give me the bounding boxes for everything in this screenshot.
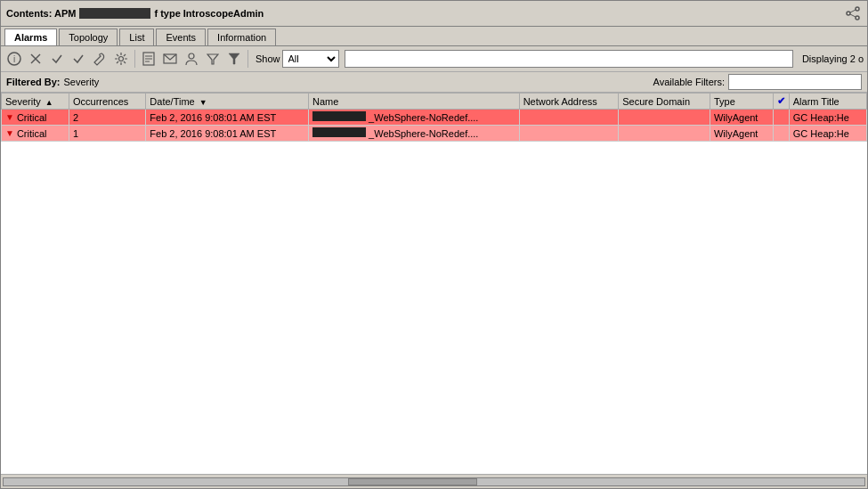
col-occurrences[interactable]: Occurrences (69, 94, 145, 110)
title-prefix: Contents: APM (6, 8, 76, 19)
cell-datetime-2: Feb 2, 2016 9:08:01 AM EST (146, 126, 309, 142)
share-icon[interactable] (844, 4, 862, 22)
col-network-address[interactable]: Network Address (519, 94, 619, 110)
scrollbar-track[interactable] (3, 477, 865, 486)
col-datetime[interactable]: Date/Time ▼ (146, 94, 309, 110)
tab-events[interactable]: Events (156, 29, 206, 45)
cell-alarm-title-2: GC Heap:He (789, 126, 866, 142)
filter-icon[interactable] (203, 49, 223, 69)
tab-list[interactable]: List (119, 29, 154, 45)
tab-information[interactable]: Information (207, 29, 276, 45)
name-redacted-1 (312, 111, 366, 121)
cell-secure-domain-2 (619, 126, 710, 142)
main-container: Contents: APM f type IntroscopeAdmin Ala… (0, 0, 868, 489)
cell-occurrences-1: 2 (69, 110, 145, 126)
checkmark1-icon[interactable] (47, 49, 67, 69)
cell-network-2 (519, 126, 619, 142)
cell-secure-domain-1 (619, 110, 710, 126)
close-icon[interactable] (26, 49, 45, 69)
sort-desc-icon: ▼ (199, 98, 207, 107)
person-icon[interactable] (182, 49, 201, 69)
severity-arrow-1: ▼ (5, 112, 14, 122)
cell-check-1 (773, 110, 789, 126)
cell-occurrences-2: 1 (69, 126, 145, 142)
separator2 (247, 50, 248, 68)
col-check[interactable]: ✔ (773, 94, 789, 110)
svg-point-2 (856, 16, 859, 20)
severity-label-1: Critical (17, 112, 47, 123)
sort-asc-icon: ▲ (45, 98, 53, 107)
wrench-icon[interactable] (90, 49, 110, 69)
col-type[interactable]: Type (710, 94, 773, 110)
cell-type-2: WilyAgent (710, 126, 773, 142)
svg-marker-16 (207, 54, 218, 64)
cell-datetime-1: Feb 2, 2016 9:08:01 AM EST (146, 110, 309, 126)
content-area: Severity ▲ Occurrences Date/Time ▼ Name (1, 93, 867, 488)
table-row[interactable]: ▼ Critical 2 Feb 2, 2016 9:08:01 AM EST … (2, 110, 867, 126)
col-alarm-title[interactable]: Alarm Title (789, 94, 866, 110)
title-bar: Contents: APM f type IntroscopeAdmin (1, 1, 867, 27)
envelope-icon[interactable] (160, 49, 180, 69)
cell-severity-1: ▼ Critical (2, 110, 69, 126)
svg-line-4 (850, 14, 856, 17)
cell-name-2: _WebSphere-NoRedef.... (309, 126, 520, 142)
separator1 (134, 50, 135, 68)
cell-type-1: WilyAgent (710, 110, 773, 126)
svg-line-3 (850, 10, 856, 12)
bottom-scrollbar[interactable] (1, 474, 867, 488)
severity-arrow-2: ▼ (5, 128, 14, 138)
document-icon[interactable] (139, 49, 158, 69)
filtered-by-label: Filtered By: (6, 77, 61, 87)
funnel-icon[interactable] (224, 49, 244, 69)
filter-right: Available Filters: (653, 74, 863, 90)
cell-alarm-title-1: GC Heap:He (789, 110, 866, 126)
show-select[interactable]: All Active Inactive (282, 50, 339, 68)
toolbar: i (1, 46, 867, 72)
title-bar-left: Contents: APM f type IntroscopeAdmin (6, 8, 264, 19)
svg-point-1 (847, 12, 850, 15)
svg-point-15 (189, 53, 194, 59)
table-row[interactable]: ▼ Critical 1 Feb 2, 2016 9:08:01 AM EST … (2, 126, 867, 142)
table-header-row: Severity ▲ Occurrences Date/Time ▼ Name (2, 94, 867, 110)
title-redacted (79, 8, 150, 19)
title-suffix: f type IntroscopeAdmin (154, 8, 264, 19)
svg-marker-17 (229, 53, 239, 64)
tabs-bar: Alarms Topology List Events Information (1, 27, 867, 46)
search-input[interactable] (345, 50, 793, 68)
cell-check-2 (773, 126, 789, 142)
available-filters-box[interactable] (728, 74, 862, 90)
scrollbar-thumb[interactable] (348, 478, 477, 485)
name-prefix-1: _WebSphere-NoRedef.... (369, 112, 478, 123)
col-name[interactable]: Name (309, 94, 520, 110)
severity-label-2: Critical (17, 128, 47, 139)
filter-left: Filtered By: Severity (6, 77, 99, 87)
filter-bar: Filtered By: Severity Available Filters: (1, 72, 867, 93)
cell-severity-2: ▼ Critical (2, 126, 69, 142)
checkmark2-icon[interactable] (69, 49, 88, 69)
alarms-table: Severity ▲ Occurrences Date/Time ▼ Name (1, 93, 867, 142)
filtered-by-value: Severity (64, 77, 100, 87)
show-control: Show All Active Inactive (256, 50, 339, 68)
svg-text:i: i (13, 54, 15, 64)
name-redacted-2 (312, 127, 366, 137)
col-secure-domain[interactable]: Secure Domain (619, 94, 710, 110)
name-prefix-2: _WebSphere-NoRedef.... (369, 128, 478, 139)
svg-point-9 (119, 57, 124, 61)
tab-alarms[interactable]: Alarms (4, 29, 57, 45)
settings-icon[interactable] (111, 49, 131, 69)
info-icon[interactable]: i (4, 49, 24, 69)
displaying-text: Displaying 2 o (802, 53, 864, 64)
table-wrapper[interactable]: Severity ▲ Occurrences Date/Time ▼ Name (1, 93, 867, 474)
cell-network-1 (519, 110, 619, 126)
svg-point-0 (856, 7, 859, 11)
show-label: Show (256, 53, 280, 64)
available-filters-label: Available Filters: (653, 77, 726, 87)
tab-topology[interactable]: Topology (59, 29, 118, 45)
col-severity[interactable]: Severity ▲ (2, 94, 69, 110)
cell-name-1: _WebSphere-NoRedef.... (309, 110, 520, 126)
